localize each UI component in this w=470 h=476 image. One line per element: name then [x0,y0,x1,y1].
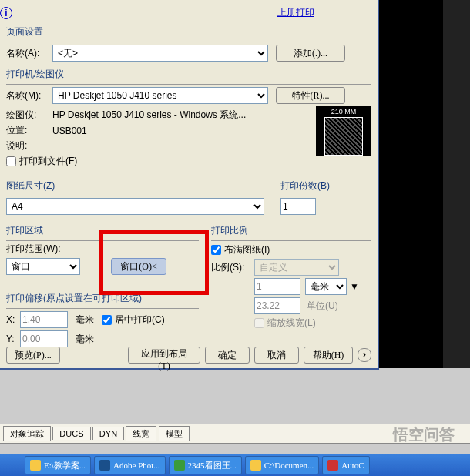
center-checkbox[interactable] [102,315,112,325]
cad-canvas [379,0,470,368]
tab-lineweight[interactable]: 线宽 [126,426,156,441]
tab-ducs[interactable]: DUCS [52,427,90,440]
app-icon [99,460,110,471]
x-input [20,311,68,328]
plotter-value: HP Deskjet 1050 J410 series - Windows 系统… [52,109,246,122]
plot-area-title: 打印区域 [6,224,199,237]
expand-icon[interactable]: › [358,348,371,362]
printer-name-select[interactable]: HP Deskjet 1050 J410 series [52,87,268,104]
x-label: X: [6,314,20,325]
taskbar: E:\教学案... Adobe Phot... 2345看图王... C:\Do… [0,454,470,476]
paper-preview: 210 MM [316,106,371,156]
tab-tracking[interactable]: 对象追踪 [3,426,51,441]
fit-label: 布满图纸(I) [224,243,270,256]
plot-range-select[interactable]: 窗口 [6,258,80,275]
print-to-file-label: 打印到文件(F) [19,155,77,168]
folder-icon [250,460,261,471]
printer-name-label: 名称(M): [6,89,52,102]
app-icon [174,460,185,471]
add-button[interactable]: 添加(.)... [276,45,345,62]
unit-label: 单位(U) [307,300,338,313]
ok-button[interactable]: 确定 [205,347,250,364]
ratio-label: 比例(S): [211,261,254,274]
desc-label: 说明: [6,139,52,153]
print-to-file-checkbox[interactable] [6,156,16,166]
page-setup-name-select[interactable]: <无> [52,45,268,62]
range-label: 打印范围(W): [6,243,199,256]
header-link[interactable]: 上册打印 [277,6,314,19]
cancel-button[interactable]: 取消 [254,347,299,364]
center-label: 居中打印(C) [115,313,165,327]
scale-select: 自定义 [254,259,339,276]
taskbar-item[interactable]: AutoC [322,456,369,474]
paper-size-title: 图纸尺寸(Z) [6,179,268,193]
taskbar-item[interactable]: E:\教学案... [25,456,91,474]
name-label: 名称(A): [6,47,52,60]
help-button[interactable]: 帮助(H) [304,347,353,364]
properties-button[interactable]: 特性(R)... [276,87,345,104]
preview-button[interactable]: 预览(P)... [6,347,60,364]
taskbar-item[interactable]: C:\Documen... [245,456,319,474]
tab-model[interactable]: 模型 [159,426,190,441]
copies-title: 打印份数(B) [280,179,371,193]
copies-input[interactable] [280,198,316,215]
info-icon: i [0,7,12,19]
y-unit: 毫米 [76,333,94,346]
plotter-label: 绘图仪: [6,109,52,122]
taskbar-item[interactable]: 2345看图王... [169,456,242,474]
folder-icon [30,460,41,471]
apply-layout-button[interactable]: 应用到布局(T) [128,347,200,364]
y-input [20,330,68,347]
scale-title: 打印比例 [211,224,371,237]
page-setup-title: 页面设置 [6,25,371,39]
watermark: 悟空问答 [393,424,455,445]
fit-to-paper-checkbox[interactable] [211,245,221,255]
taskbar-item[interactable]: Adobe Phot... [94,456,166,474]
scale-num1 [254,278,300,295]
window-button[interactable]: 窗口(O)< [111,258,166,275]
y-label: Y: [6,334,20,344]
paper-size-select[interactable]: A4 [6,198,264,215]
tab-dyn[interactable]: DYN [92,427,124,440]
printer-title: 打印机/绘图仪 [6,68,371,81]
where-value: USB001 [52,126,87,136]
lineweight-label: 缩放线宽(L) [267,317,316,330]
scale-num2 [254,297,300,314]
x-unit: 毫米 [76,313,94,327]
scale-lineweight-checkbox [254,318,264,328]
unit-select[interactable]: 毫米 [305,278,347,295]
where-label: 位置: [6,124,52,137]
app-icon [327,460,338,471]
